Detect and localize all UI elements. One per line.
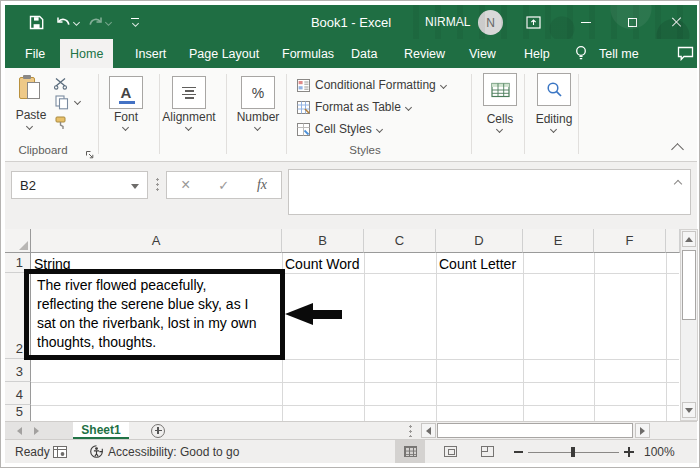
page-break-view-button[interactable]	[472, 440, 502, 463]
zoom-out-icon[interactable]	[514, 451, 523, 453]
next-sheet-icon[interactable]	[34, 427, 39, 435]
tab-file[interactable]: File	[25, 39, 45, 68]
collapse-ribbon-icon[interactable]	[671, 143, 684, 156]
alignment-dropdown-icon[interactable]	[185, 124, 192, 131]
column-header-e[interactable]: E	[523, 229, 594, 253]
conditional-formatting-button[interactable]: Conditional Formatting	[297, 78, 446, 92]
page-break-view-icon	[481, 446, 494, 457]
paste-icon[interactable]	[19, 75, 41, 101]
tab-help[interactable]: Help	[524, 39, 550, 68]
cell-b1[interactable]: Count Word	[285, 256, 359, 272]
scroll-down-icon[interactable]	[682, 402, 696, 418]
status-accessibility[interactable]: Accessibility: Good to go	[108, 440, 239, 463]
column-header-c[interactable]: C	[364, 229, 436, 253]
new-sheet-icon[interactable]	[151, 424, 165, 438]
vertical-scroll-thumb[interactable]	[682, 250, 696, 320]
paste-dropdown-icon[interactable]	[26, 123, 33, 130]
redo-dropdown-icon[interactable]	[106, 5, 111, 39]
magnifier-icon	[546, 81, 563, 98]
font-settings-button[interactable]: A	[109, 76, 143, 109]
cut-icon[interactable]	[53, 76, 68, 94]
copy-dropdown-icon[interactable]	[74, 98, 81, 105]
customize-quick-access-icon[interactable]	[131, 5, 139, 39]
formula-input[interactable]	[288, 169, 691, 215]
select-all-corner[interactable]	[5, 229, 31, 253]
page-layout-view-button[interactable]	[435, 440, 465, 463]
zoom-in-icon[interactable]	[624, 447, 634, 457]
undo-dropdown-icon[interactable]	[74, 5, 79, 39]
format-as-table-button[interactable]: Format as Table	[297, 100, 411, 114]
column-header-d[interactable]: D	[436, 229, 523, 253]
vertical-scrollbar[interactable]	[680, 229, 698, 421]
column-header-a[interactable]: A	[31, 229, 282, 253]
cancel-icon[interactable]: ×	[181, 176, 190, 194]
percent-icon: %	[252, 85, 264, 101]
tab-home[interactable]: Home	[60, 39, 113, 68]
font-group-label: Font	[101, 110, 151, 124]
number-format-button[interactable]: %	[241, 76, 275, 109]
insert-function-icon[interactable]: fx	[257, 177, 267, 193]
formula-bar-handle[interactable]	[156, 177, 159, 192]
name-box[interactable]: B2	[11, 171, 148, 199]
column-header-f[interactable]: F	[594, 229, 666, 253]
zoom-level[interactable]: 100%	[644, 440, 675, 463]
cells-dropdown-icon[interactable]	[496, 126, 503, 133]
formula-bar-row: B2 × ✓ fx	[5, 162, 697, 229]
tab-review[interactable]: Review	[404, 39, 445, 68]
ribbon: Paste Clipboard A Font Alig	[5, 68, 697, 162]
tab-data[interactable]: Data	[351, 39, 377, 68]
column-header-partial	[666, 229, 680, 253]
tab-view[interactable]: View	[469, 39, 496, 68]
maximize-button[interactable]	[620, 5, 644, 39]
font-dropdown-icon[interactable]	[122, 124, 129, 131]
avatar[interactable]: N	[478, 10, 503, 35]
row-header-5[interactable]: 5	[5, 405, 31, 421]
format-painter-icon[interactable]	[54, 116, 68, 134]
normal-view-button[interactable]	[395, 440, 425, 463]
ribbon-tab-bar: File Home Insert Page Layout Formulas Da…	[5, 39, 697, 68]
undo-button[interactable]	[55, 5, 72, 39]
alignment-button[interactable]	[172, 76, 206, 109]
scroll-left-icon[interactable]	[421, 423, 436, 438]
editing-dropdown-icon[interactable]	[550, 126, 557, 133]
styles-group-label: Styles	[335, 144, 395, 156]
window-title: Book1 - Excel	[311, 5, 391, 39]
ribbon-display-options-icon[interactable]	[526, 5, 541, 39]
redo-button[interactable]	[87, 5, 104, 39]
tab-insert[interactable]: Insert	[135, 39, 166, 68]
number-dropdown-icon[interactable]	[254, 124, 261, 131]
editing-button[interactable]	[537, 73, 571, 106]
save-icon[interactable]	[29, 5, 44, 39]
row-header-4[interactable]: 4	[5, 382, 31, 405]
collapse-formula-bar-icon[interactable]	[674, 180, 682, 188]
column-header-b[interactable]: B	[282, 229, 364, 253]
cell-d1[interactable]: Count Letter	[439, 256, 516, 272]
row-header-3[interactable]: 3	[5, 359, 31, 382]
editing-group-label: Editing	[528, 112, 580, 126]
paste-button[interactable]: Paste	[13, 108, 49, 122]
zoom-slider-thumb[interactable]	[571, 447, 575, 457]
tell-me-box[interactable]: Tell me	[599, 39, 639, 68]
enter-icon[interactable]: ✓	[218, 178, 229, 193]
tab-formulas[interactable]: Formulas	[282, 39, 334, 68]
macro-record-icon[interactable]	[53, 440, 67, 463]
horizontal-scroll-thumb[interactable]	[437, 423, 633, 438]
feedback-comment-icon[interactable]	[677, 39, 694, 68]
page-layout-view-icon	[444, 446, 457, 457]
clipboard-group-label: Clipboard	[11, 144, 75, 156]
font-icon: A	[121, 86, 132, 99]
cell-styles-button[interactable]: Cell Styles	[297, 122, 382, 136]
minimize-button[interactable]	[574, 5, 598, 39]
sheet-tab-sheet1[interactable]: Sheet1	[73, 422, 129, 439]
sheet-tab-strip: Sheet1	[5, 421, 697, 439]
tabstrip-splitter[interactable]	[409, 424, 412, 437]
close-button[interactable]	[665, 5, 689, 39]
scroll-right-icon[interactable]	[635, 423, 650, 438]
tab-page-layout[interactable]: Page Layout	[189, 39, 259, 68]
copy-icon[interactable]	[55, 95, 69, 114]
scroll-up-icon[interactable]	[682, 231, 696, 247]
cells-button[interactable]	[483, 73, 517, 106]
name-box-dropdown-icon[interactable]	[131, 184, 139, 189]
previous-sheet-icon[interactable]	[17, 427, 22, 435]
annotation-arrow-tail	[312, 310, 342, 319]
